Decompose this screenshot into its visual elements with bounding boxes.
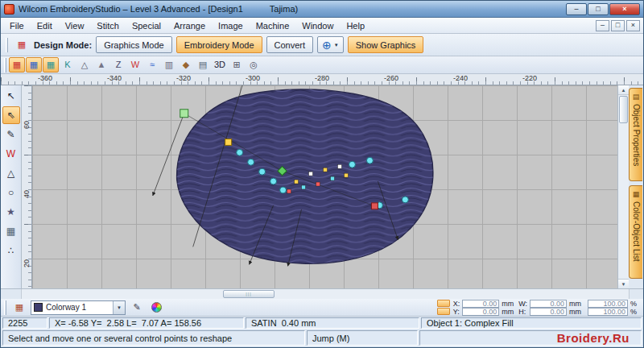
triangle-outline-icon[interactable]: △ bbox=[76, 57, 93, 72]
columns-icon[interactable]: ▥ bbox=[161, 57, 177, 72]
globe-icon: ⊕ bbox=[322, 39, 332, 51]
vscroll-thumb[interactable] bbox=[619, 96, 628, 123]
menu-view[interactable]: View bbox=[59, 19, 91, 33]
artistic-view-icon[interactable]: ▦ bbox=[43, 57, 59, 72]
scroll-corner-right bbox=[629, 289, 643, 299]
lettering-tool[interactable]: W bbox=[2, 145, 20, 163]
toolbar-grip[interactable] bbox=[4, 300, 6, 315]
color-wheel-button[interactable] bbox=[148, 300, 164, 315]
curve-node bbox=[248, 159, 254, 165]
list-icon[interactable]: ▤ bbox=[195, 57, 211, 72]
menu-special[interactable]: Special bbox=[126, 19, 167, 33]
points-tool[interactable]: ∴ bbox=[2, 242, 20, 259]
embroidery-object[interactable] bbox=[177, 89, 433, 263]
hscroll-track[interactable]: ||| bbox=[22, 289, 629, 299]
grid-tool[interactable]: ▦ bbox=[2, 222, 20, 240]
menu-stitch[interactable]: Stitch bbox=[90, 19, 126, 33]
colorway-select[interactable]: Colorway 1 ▼ bbox=[31, 300, 126, 315]
dropdown-caret-icon: ▼ bbox=[334, 43, 339, 48]
toolbar-grip[interactable] bbox=[4, 58, 6, 72]
side-tab-strip: ▤ Object Properties ▦ Color-Object List bbox=[629, 85, 643, 288]
pattern-grid-icon[interactable]: ⊞ bbox=[229, 57, 245, 72]
colorway-name: Colorway 1 bbox=[46, 303, 86, 312]
wave-icon[interactable]: ≈ bbox=[144, 57, 160, 72]
colorway-toolbar: ▦ Colorway 1 ▼ ✎ X: mm W: mm % Y: bbox=[1, 299, 643, 317]
maximize-button[interactable]: □ bbox=[588, 3, 609, 15]
mdi-restore-button[interactable]: □ bbox=[611, 20, 625, 31]
hint-bar: Select and move one or several control p… bbox=[1, 329, 643, 347]
mode-toolbar: ▦ Design Mode: Graphics Mode Embroidery … bbox=[1, 34, 643, 56]
menu-help[interactable]: Help bbox=[340, 19, 371, 33]
minimize-button[interactable]: – bbox=[566, 3, 587, 15]
reference-point-button[interactable] bbox=[437, 300, 450, 307]
design-view-icon[interactable]: ▦ bbox=[26, 57, 42, 72]
w-unit: mm bbox=[569, 300, 585, 308]
scroll-up-icon[interactable]: ▲ bbox=[618, 85, 629, 95]
hscroll-thumb[interactable]: ||| bbox=[223, 290, 275, 298]
run-stitch-icon[interactable]: W bbox=[127, 57, 143, 72]
stitch-type: SATIN 0.40 mm bbox=[246, 317, 419, 329]
hoop-globe-button[interactable]: ⊕ ▼ bbox=[317, 36, 344, 53]
menu-arrange[interactable]: Arrange bbox=[167, 19, 212, 33]
close-button[interactable]: × bbox=[609, 3, 640, 15]
horizontal-ruler[interactable]: -360-340-320-300-280-260-240-220 bbox=[1, 74, 643, 85]
graphics-mode-button[interactable]: Graphics Mode bbox=[96, 36, 172, 53]
scale-y-input[interactable] bbox=[588, 308, 628, 316]
horizontal-scrollbar[interactable]: ||| bbox=[1, 288, 643, 299]
3d-view-icon[interactable]: 3D bbox=[212, 57, 228, 72]
tab-color-object-list[interactable]: ▦ Color-Object List bbox=[629, 185, 642, 279]
star-tool[interactable]: ★ bbox=[2, 203, 20, 221]
embroidery-mode-button[interactable]: Embroidery Mode bbox=[176, 36, 262, 53]
mdi-window-buttons: –□× bbox=[596, 20, 643, 31]
scroll-down-icon[interactable]: ▼ bbox=[618, 279, 629, 288]
scale-lock-button[interactable] bbox=[437, 308, 450, 315]
vertical-scrollbar[interactable]: ▲ ▼ bbox=[617, 85, 629, 288]
colorway-grid-button[interactable]: ▦ bbox=[11, 300, 27, 315]
vertical-ruler[interactable]: 604020 bbox=[22, 85, 32, 288]
reshape-tool[interactable]: ⇖ bbox=[2, 106, 20, 124]
design-svg[interactable] bbox=[32, 85, 617, 288]
design-canvas[interactable] bbox=[32, 85, 617, 288]
app-icon bbox=[4, 4, 14, 14]
width-input[interactable] bbox=[530, 300, 567, 308]
digitize-tool[interactable]: △ bbox=[2, 164, 20, 182]
height-input[interactable] bbox=[530, 308, 567, 316]
stitches-view-icon[interactable]: ▦ bbox=[9, 57, 25, 72]
y-input[interactable] bbox=[462, 308, 499, 316]
curve-node bbox=[270, 178, 277, 184]
mdi-minimize-button[interactable]: – bbox=[596, 20, 609, 31]
menu-machine[interactable]: Machine bbox=[250, 19, 296, 33]
toolbar-grip[interactable] bbox=[6, 38, 8, 52]
pointer-position: X= -6.58 Y= 2.58 L= 7.07 A= 158.56 bbox=[49, 317, 244, 329]
convert-button[interactable]: Convert bbox=[266, 36, 314, 53]
tab-object-properties[interactable]: ▤ Object Properties bbox=[629, 88, 642, 181]
curve-node bbox=[349, 161, 355, 168]
design-mode-label: Design Mode: bbox=[34, 40, 92, 50]
ellipse-tool[interactable]: ○ bbox=[2, 184, 20, 201]
menu-edit[interactable]: Edit bbox=[31, 19, 59, 33]
palette-grid-icon: ▦ bbox=[15, 303, 23, 312]
menu-window[interactable]: Window bbox=[295, 19, 340, 33]
watermark: Broidery.Ru bbox=[557, 331, 636, 345]
menu-file[interactable]: File bbox=[3, 19, 31, 33]
scale-y-percent: % bbox=[630, 308, 638, 316]
zigzag-icon[interactable]: Z bbox=[110, 57, 126, 72]
scale-x-input[interactable] bbox=[588, 300, 628, 308]
grid-icon: ▦ bbox=[18, 40, 26, 49]
curve-node bbox=[402, 197, 408, 203]
toolbox: ↖⇖✎W△○★▦∴ bbox=[1, 85, 22, 288]
triangle-filled-icon[interactable]: ▲ bbox=[93, 57, 109, 72]
edit-colorway-button[interactable]: ✎ bbox=[129, 300, 145, 315]
curve-smooth-icon[interactable]: K bbox=[60, 57, 76, 72]
edit-tool[interactable]: ✎ bbox=[2, 126, 20, 143]
combo-dropdown-icon[interactable]: ▼ bbox=[113, 301, 125, 314]
menu-items: FileEditViewStitchSpecialArrangeImageMac… bbox=[3, 19, 371, 33]
menu-image[interactable]: Image bbox=[212, 19, 250, 33]
mdi-close-button[interactable]: × bbox=[626, 20, 640, 31]
design-window-icon-button[interactable]: ▦ bbox=[14, 37, 30, 52]
select-tool[interactable]: ↖ bbox=[2, 87, 20, 105]
target-icon[interactable]: ◎ bbox=[246, 57, 262, 72]
show-graphics-button[interactable]: Show Graphics bbox=[348, 36, 424, 53]
gem-icon[interactable]: ◆ bbox=[178, 57, 194, 72]
x-input[interactable] bbox=[462, 300, 499, 308]
